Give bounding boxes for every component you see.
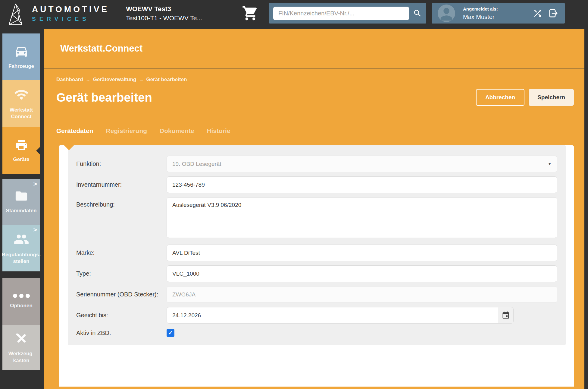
sidebar-item-stammdaten[interactable]: > Stammdaten — [2, 179, 40, 225]
printer-icon — [15, 138, 28, 152]
sidebar-nav: Fahrzeuge Werkstatt Connect Geräte > Sta… — [2, 29, 40, 370]
user-panel: Angemeldet als: Max Muster — [432, 3, 565, 24]
sidebar-item-werkzeugkasten[interactable]: Werkzeug-kasten — [2, 325, 40, 370]
user-name: Max Muster — [463, 14, 498, 21]
sidebar-item-label: Stammdaten — [6, 207, 36, 214]
form-row-funktion: Funktion: 19. OBD Lesegerät ▼ — [76, 156, 557, 172]
inventarnummer-input[interactable] — [167, 176, 557, 193]
type-input[interactable] — [167, 265, 557, 282]
chevron-right-icon: > — [33, 180, 37, 188]
field-label-funktion: Funktion: — [76, 160, 167, 167]
tab-bar: Gerätedaten Registrierung Dokumente Hist… — [56, 127, 574, 134]
form-row-aktiv-zbd: Aktiv in ZBD: ✓ — [76, 329, 557, 337]
avatar — [438, 5, 455, 22]
form-card: Funktion: 19. OBD Lesegerät ▼ Inventarnu… — [59, 145, 574, 387]
tools-icon — [14, 331, 29, 346]
brand-line2: SERVICES — [32, 16, 109, 22]
folder-icon — [14, 189, 28, 203]
funktion-select[interactable]: 19. OBD Lesegerät ▼ — [167, 156, 557, 172]
date-picker-button[interactable] — [498, 307, 514, 324]
logo-mark-icon — [4, 2, 28, 27]
user-texts: Angemeldet als: Max Muster — [463, 6, 498, 21]
funktion-select-value: 19. OBD Lesegerät — [172, 161, 221, 167]
shuffle-icon — [532, 8, 543, 19]
brand-text: AUTOMOTIVE SERVICES — [32, 5, 109, 22]
cancel-button[interactable]: Abbrechen — [476, 89, 524, 106]
context-title: WOEWV Test3 — [126, 4, 202, 14]
sidebar-item-label: Fahrzeuge — [8, 63, 34, 70]
ellipsis-icon — [13, 294, 30, 298]
geeicht-bis-input[interactable] — [167, 307, 498, 324]
chevron-right-icon: > — [33, 226, 37, 234]
sidebar-item-geraete[interactable]: Geräte — [2, 127, 40, 174]
field-label-seriennummer: Seriennummer (OBD Stecker): — [76, 291, 167, 298]
search-button[interactable] — [413, 9, 422, 18]
breadcrumb-arrow-icon: → — [139, 77, 143, 82]
field-label-marke: Marke: — [76, 249, 167, 256]
module-title: Werkstatt.Connect — [60, 43, 142, 54]
sidebar-item-label: Geräte — [13, 156, 30, 163]
main-content: Werkstatt.Connect Dashboard → Geräteverw… — [44, 29, 584, 389]
vehicle-search-panel — [269, 3, 426, 24]
form-row-geeicht-bis: Geeicht bis: — [76, 307, 557, 324]
form-row-seriennummer: Seriennummer (OBD Stecker): — [76, 286, 557, 303]
people-icon — [14, 231, 29, 247]
field-label-geeicht-bis: Geeicht bis: — [76, 312, 167, 319]
sidebar-item-label: Werkzeug-kasten — [4, 350, 39, 364]
module-titlebar: Werkstatt.Connect — [44, 29, 584, 68]
tab-geraetedaten[interactable]: Gerätedaten — [56, 127, 93, 134]
search-input[interactable] — [273, 7, 409, 20]
aktiv-zbd-checkbox[interactable]: ✓ — [167, 329, 174, 337]
page-title: Gerät bearbeiten — [56, 91, 152, 104]
calendar-icon — [502, 311, 510, 320]
breadcrumb-dashboard[interactable]: Dashboard — [56, 77, 83, 83]
logout-button[interactable] — [548, 8, 559, 19]
sidebar-item-werkstatt-connect[interactable]: Werkstatt Connect — [2, 80, 40, 127]
breadcrumb-arrow-icon: → — [86, 77, 90, 82]
field-label-aktiv-zbd: Aktiv in ZBD: — [76, 330, 167, 337]
wifi-icon — [14, 87, 29, 102]
check-icon: ✓ — [168, 330, 173, 336]
sidebar-item-optionen[interactable]: Optionen — [2, 278, 40, 325]
sidebar-item-label: Begutachtungs-stellen — [2, 251, 41, 265]
cart-icon — [242, 5, 259, 22]
app-header: AUTOMOTIVE SERVICES WOEWV Test3 Test100-… — [0, 0, 588, 27]
sidebar-item-begutachtungsstellen[interactable]: > Begutachtungs-stellen — [2, 225, 40, 271]
marke-input[interactable] — [167, 245, 557, 261]
beschreibung-textarea[interactable]: Auslesegerät V3.9 06/2020 — [167, 197, 557, 238]
chevron-down-icon: ▼ — [548, 162, 552, 166]
form-row-inventarnummer: Inventarnummer: — [76, 176, 557, 193]
tab-dokumente[interactable]: Dokumente — [160, 127, 194, 134]
switch-user-button[interactable] — [532, 8, 543, 19]
context-titles: WOEWV Test3 Test100-T1 - WOEWV Te... — [126, 4, 202, 22]
field-label-inventarnummer: Inventarnummer: — [76, 181, 167, 188]
search-icon — [413, 9, 422, 18]
context-subtitle: Test100-T1 - WOEWV Te... — [126, 14, 202, 22]
car-icon — [14, 44, 29, 59]
seriennummer-input — [167, 286, 557, 303]
sidebar-item-label: Optionen — [10, 302, 33, 309]
cart-button[interactable] — [242, 5, 259, 22]
form-panel: Funktion: 19. OBD Lesegerät ▼ Inventarnu… — [68, 145, 566, 345]
logout-icon — [548, 8, 559, 19]
form-row-type: Type: — [76, 265, 557, 282]
signed-in-label: Angemeldet als: — [463, 6, 498, 11]
sidebar-item-fahrzeuge[interactable]: Fahrzeuge — [2, 33, 40, 80]
field-label-beschreibung: Beschreibung: — [76, 197, 167, 208]
form-row-marke: Marke: — [76, 245, 557, 261]
breadcrumb-geraeteverwaltung[interactable]: Geräteverwaltung — [93, 77, 136, 83]
brand-logo: AUTOMOTIVE SERVICES — [4, 0, 109, 27]
person-icon — [438, 5, 455, 22]
form-row-beschreibung: Beschreibung: Auslesegerät V3.9 06/2020 — [76, 197, 557, 239]
breadcrumb-current: Gerät bearbeiten — [146, 77, 187, 83]
tab-registrierung[interactable]: Registrierung — [106, 127, 147, 134]
tab-historie[interactable]: Historie — [207, 127, 230, 134]
field-label-type: Type: — [76, 270, 167, 277]
sidebar-item-label: Werkstatt Connect — [4, 107, 39, 120]
save-button[interactable]: Speichern — [529, 89, 574, 106]
brand-line1: AUTOMOTIVE — [32, 5, 109, 14]
breadcrumb: Dashboard → Geräteverwaltung → Gerät bea… — [56, 77, 574, 83]
